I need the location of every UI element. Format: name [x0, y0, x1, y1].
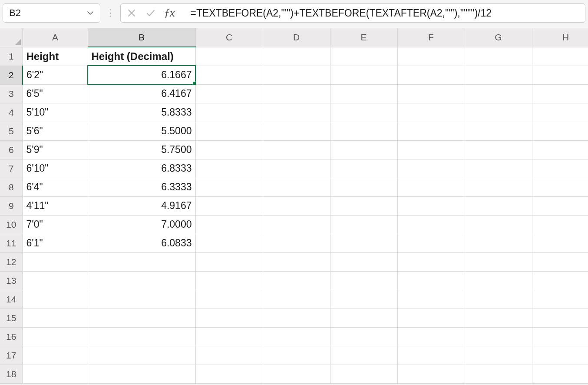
cell-H7[interactable] — [532, 159, 588, 178]
cell-B6[interactable]: 5.7500 — [88, 140, 195, 159]
cell-G17[interactable] — [465, 346, 532, 365]
cell-C1[interactable] — [195, 47, 263, 66]
cell-E3[interactable] — [330, 84, 397, 103]
spreadsheet-grid[interactable]: ABCDEFGH 1HeightHeight (Decimal)26'2"6.1… — [0, 28, 588, 384]
cell-B13[interactable] — [88, 271, 195, 290]
cell-H4[interactable] — [532, 103, 588, 122]
row-header-3[interactable]: 3 — [0, 84, 23, 103]
cell-F7[interactable] — [397, 159, 465, 178]
cell-E18[interactable] — [330, 365, 397, 383]
row-header-6[interactable]: 6 — [0, 140, 23, 159]
cell-E17[interactable] — [330, 346, 397, 365]
cell-C12[interactable] — [195, 252, 263, 271]
cell-H2[interactable] — [532, 66, 588, 84]
cell-B11[interactable]: 6.0833 — [88, 234, 195, 252]
cell-E4[interactable] — [330, 103, 397, 122]
cell-G18[interactable] — [465, 365, 532, 383]
cell-D9[interactable] — [263, 196, 330, 215]
cell-A13[interactable] — [23, 271, 88, 290]
cell-A7[interactable]: 6'10" — [23, 159, 88, 178]
column-header-C[interactable]: C — [195, 28, 263, 47]
cell-E6[interactable] — [330, 140, 397, 159]
cell-E5[interactable] — [330, 122, 397, 140]
cell-E9[interactable] — [330, 196, 397, 215]
cell-F13[interactable] — [397, 271, 465, 290]
cell-C6[interactable] — [195, 140, 263, 159]
cell-D4[interactable] — [263, 103, 330, 122]
row-header-12[interactable]: 12 — [0, 252, 23, 271]
row-header-15[interactable]: 15 — [0, 309, 23, 327]
cell-C11[interactable] — [195, 234, 263, 252]
cell-C2[interactable] — [195, 66, 263, 84]
column-header-F[interactable]: F — [397, 28, 465, 47]
cell-B1[interactable]: Height (Decimal) — [88, 47, 195, 66]
cell-B12[interactable] — [88, 252, 195, 271]
cell-B16[interactable] — [88, 327, 195, 346]
cell-F8[interactable] — [397, 178, 465, 196]
cell-G13[interactable] — [465, 271, 532, 290]
cell-C16[interactable] — [195, 327, 263, 346]
cell-D12[interactable] — [263, 252, 330, 271]
cell-F11[interactable] — [397, 234, 465, 252]
row-header-5[interactable]: 5 — [0, 122, 23, 140]
cell-B10[interactable]: 7.0000 — [88, 215, 195, 234]
cell-B3[interactable]: 6.4167 — [88, 84, 195, 103]
cell-B9[interactable]: 4.9167 — [88, 196, 195, 215]
cell-B8[interactable]: 6.3333 — [88, 178, 195, 196]
column-header-E[interactable]: E — [330, 28, 397, 47]
cell-H15[interactable] — [532, 309, 588, 327]
cell-C13[interactable] — [195, 271, 263, 290]
row-header-11[interactable]: 11 — [0, 234, 23, 252]
cell-A15[interactable] — [23, 309, 88, 327]
row-header-18[interactable]: 18 — [0, 365, 23, 383]
cell-H14[interactable] — [532, 290, 588, 309]
separator-icon[interactable]: ⋮ — [105, 7, 116, 19]
cell-A16[interactable] — [23, 327, 88, 346]
cell-A6[interactable]: 5'9" — [23, 140, 88, 159]
cell-D3[interactable] — [263, 84, 330, 103]
cell-A11[interactable]: 6'1" — [23, 234, 88, 252]
cell-E15[interactable] — [330, 309, 397, 327]
cell-A17[interactable] — [23, 346, 88, 365]
row-header-8[interactable]: 8 — [0, 178, 23, 196]
cell-F10[interactable] — [397, 215, 465, 234]
cell-F5[interactable] — [397, 122, 465, 140]
cell-H1[interactable] — [532, 47, 588, 66]
cell-A12[interactable] — [23, 252, 88, 271]
cell-G11[interactable] — [465, 234, 532, 252]
cell-B14[interactable] — [88, 290, 195, 309]
cell-H17[interactable] — [532, 346, 588, 365]
cell-D1[interactable] — [263, 47, 330, 66]
row-header-13[interactable]: 13 — [0, 271, 23, 290]
cell-A8[interactable]: 6'4" — [23, 178, 88, 196]
cell-D7[interactable] — [263, 159, 330, 178]
cell-D17[interactable] — [263, 346, 330, 365]
cell-H5[interactable] — [532, 122, 588, 140]
cell-E1[interactable] — [330, 47, 397, 66]
column-header-H[interactable]: H — [532, 28, 588, 47]
cell-C4[interactable] — [195, 103, 263, 122]
cell-B18[interactable] — [88, 365, 195, 383]
chevron-down-icon[interactable] — [86, 9, 95, 17]
cell-C17[interactable] — [195, 346, 263, 365]
row-header-17[interactable]: 17 — [0, 346, 23, 365]
cell-C9[interactable] — [195, 196, 263, 215]
cell-C3[interactable] — [195, 84, 263, 103]
name-box[interactable]: B2 — [3, 3, 100, 23]
cell-E11[interactable] — [330, 234, 397, 252]
cell-C7[interactable] — [195, 159, 263, 178]
cell-G8[interactable] — [465, 178, 532, 196]
enter-icon[interactable] — [144, 7, 157, 20]
row-header-1[interactable]: 1 — [0, 47, 23, 66]
cell-G16[interactable] — [465, 327, 532, 346]
cell-D16[interactable] — [263, 327, 330, 346]
cell-H9[interactable] — [532, 196, 588, 215]
cell-D18[interactable] — [263, 365, 330, 383]
cell-B7[interactable]: 6.8333 — [88, 159, 195, 178]
cell-F18[interactable] — [397, 365, 465, 383]
cell-H16[interactable] — [532, 327, 588, 346]
cell-C5[interactable] — [195, 122, 263, 140]
fx-icon[interactable]: ƒx — [163, 7, 178, 20]
cell-E13[interactable] — [330, 271, 397, 290]
cell-H13[interactable] — [532, 271, 588, 290]
